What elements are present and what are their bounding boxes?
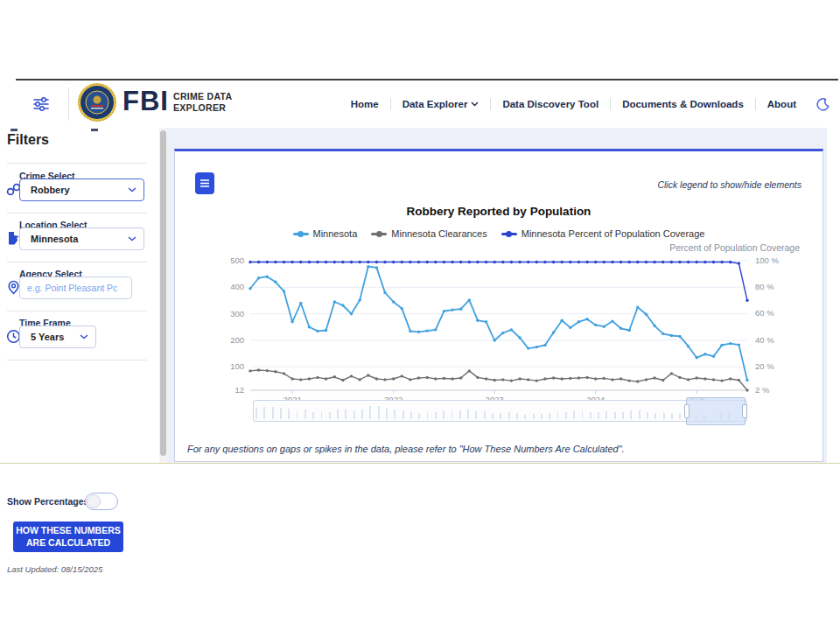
show-percentages-label: Show Percentages: — [7, 496, 92, 507]
legend-item-coverage[interactable]: Minnesota Percent of Population Coverage — [501, 228, 705, 239]
nav-item-data-explorer-label: Data Explorer — [402, 99, 468, 109]
divider — [7, 360, 147, 360]
divider — [7, 262, 147, 262]
svg-text:200: 200 — [230, 335, 244, 345]
location-select-value: Minnesota — [31, 234, 78, 244]
time-frame-dropdown[interactable]: 5 Years — [19, 326, 96, 348]
chart-footnote: For any questions on gaps or spikes in t… — [187, 444, 625, 454]
toggle-knob — [87, 494, 101, 508]
svg-text:100: 100 — [230, 361, 244, 371]
navigator-left-handle[interactable] — [684, 404, 690, 418]
chevron-down-icon — [128, 187, 136, 192]
legend-label: Minnesota Percent of Population Coverage — [522, 228, 705, 239]
chevron-down-icon — [128, 236, 136, 242]
chart-title: Robbery Reported by Population — [175, 205, 822, 218]
svg-text:500: 500 — [230, 256, 244, 265]
legend-label: Minnesota Clearances — [391, 228, 486, 239]
svg-text:12: 12 — [234, 385, 244, 395]
svg-text:300: 300 — [230, 309, 244, 318]
tagline-line1: CRIME DATA — [173, 91, 232, 102]
divider — [7, 311, 147, 312]
svg-text:60 %: 60 % — [755, 308, 774, 318]
scrollbar-thumb[interactable] — [160, 130, 166, 456]
last-updated-text: Last Updated: 08/15/2025 — [7, 564, 102, 574]
crime-select-value: Robbery — [31, 185, 70, 195]
legend-marker-clearances — [371, 233, 387, 235]
chevron-down-icon — [80, 334, 88, 340]
main-nav: Home Data Explorer Data Discovery Tool D… — [340, 80, 835, 128]
nav-item-documents-downloads[interactable]: Documents & Downloads — [611, 99, 755, 109]
legend-marker-minnesota — [293, 233, 309, 235]
svg-text:100 %: 100 % — [755, 256, 779, 265]
navigator-selected-range[interactable] — [686, 397, 746, 425]
robbery-line-chart[interactable]: 50040030020010012100 %80 %60 %40 %20 %2 … — [175, 253, 824, 400]
dark-mode-moon-icon[interactable] — [808, 98, 835, 111]
tagline-line2: EXPLORER — [173, 102, 232, 114]
viewport-bottom-border — [0, 463, 840, 464]
fbi-wordmark: FBI — [122, 86, 169, 117]
nav-item-data-explorer[interactable]: Data Explorer — [391, 99, 491, 109]
nav-item-data-discovery-tool[interactable]: Data Discovery Tool — [491, 99, 610, 109]
crime-select-dropdown[interactable]: Robbery — [19, 178, 144, 201]
chart-menu-button[interactable] — [195, 172, 214, 194]
chart-card: Click legend to show/hide elements Robbe… — [174, 149, 823, 462]
time-frame-value: 5 Years — [31, 332, 64, 342]
filters-sliders-icon[interactable] — [26, 93, 56, 116]
legend-hint-text: Click legend to show/hide elements — [657, 179, 802, 190]
how-numbers-calculated-button[interactable]: HOW THESE NUMBERS ARE CALCULATED — [13, 522, 123, 552]
legend-marker-coverage — [501, 233, 517, 235]
divider — [7, 213, 147, 214]
svg-text:80 %: 80 % — [755, 282, 774, 291]
crime-data-explorer-tagline: CRIME DATA EXPLORER — [173, 91, 232, 114]
svg-text:400: 400 — [230, 282, 244, 291]
divider — [7, 163, 147, 164]
legend-item-clearances[interactable]: Minnesota Clearances — [371, 228, 486, 239]
clipped-heading-remnant — [10, 129, 18, 131]
chevron-down-icon — [471, 102, 479, 107]
header-divider — [68, 88, 69, 121]
navigator-right-handle[interactable] — [742, 404, 747, 418]
right-axis-title: Percent of Population Coverage — [669, 242, 800, 253]
filters-sidebar: Filters Crime Select Robbery Location Se… — [0, 128, 159, 463]
agency-search-input[interactable] — [19, 276, 132, 299]
filters-title: Filters — [7, 132, 49, 148]
nav-item-home[interactable]: Home — [340, 99, 390, 109]
clipped-heading-remnant — [91, 129, 98, 131]
legend-item-minnesota[interactable]: Minnesota — [293, 228, 358, 239]
header: FBI CRIME DATA EXPLORER Home Data Explor… — [16, 80, 838, 128]
chart-range-navigator[interactable] — [253, 400, 747, 422]
navigator-minichart — [256, 403, 745, 419]
menu-icon — [200, 178, 210, 188]
svg-text:20 %: 20 % — [755, 361, 774, 371]
show-percentages-toggle[interactable] — [85, 493, 118, 510]
nav-item-about[interactable]: About — [756, 99, 808, 109]
svg-text:40 %: 40 % — [755, 335, 774, 345]
fbi-seal-logo[interactable] — [77, 82, 117, 122]
legend-label: Minnesota — [313, 228, 358, 239]
location-select-dropdown[interactable]: Minnesota — [19, 228, 144, 250]
page: FBI CRIME DATA EXPLORER Home Data Explor… — [0, 0, 840, 630]
svg-text:2 %: 2 % — [755, 385, 770, 395]
chart-legend: Minnesota Minnesota Clearances Minnesota… — [175, 228, 822, 239]
